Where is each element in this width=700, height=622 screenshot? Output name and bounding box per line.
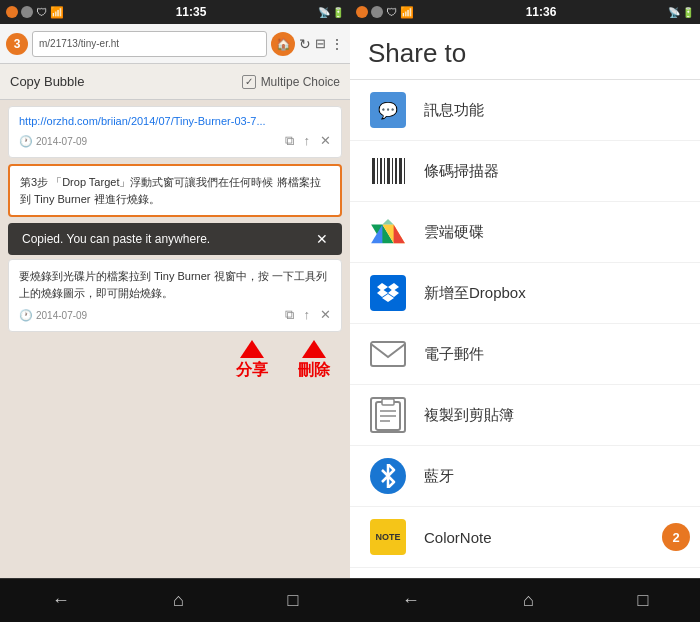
- clipboard-icon: [370, 397, 406, 433]
- svg-marker-12: [382, 219, 393, 225]
- link-item: http://orzhd.com/briian/2014/07/Tiny-Bur…: [8, 106, 342, 158]
- battery-area-left: 📡 🔋: [318, 7, 344, 18]
- delete-label: 刪除: [298, 360, 330, 381]
- share-label-bluetooth: 藍牙: [424, 467, 454, 486]
- share-annotation: 分享: [236, 340, 268, 381]
- nav-back-left[interactable]: ←: [52, 590, 70, 611]
- share-item-dropbox[interactable]: 新增至Dropbox: [350, 263, 700, 324]
- item-meta-icons-2: ⧉ ↑ ✕: [285, 307, 332, 323]
- toast-message: Copied. You can paste it anywhere.: [22, 232, 210, 246]
- browser-bookmark-icon[interactable]: ⊟: [315, 36, 326, 51]
- gray-dot-icon: [21, 6, 33, 18]
- right-panel: 🛡 📶 11:36 📡 🔋 Share to 💬 訊息功能: [350, 0, 700, 622]
- gray-dot-right-icon: [371, 6, 383, 18]
- text-item-2: 要燒錄到光碟片的檔案拉到 Tiny Burner 視窗中，按 一下工具列上的燒錄…: [8, 259, 342, 332]
- share-list: 💬 訊息功能: [350, 80, 700, 578]
- share-item-email[interactable]: 電子郵件: [350, 324, 700, 385]
- nav-home-left[interactable]: ⌂: [173, 590, 184, 611]
- time-left: 11:35: [176, 5, 207, 19]
- left-panel: 🛡 📶 11:35 📡 🔋 3 m/21713/tiny-er.ht 🏠 ↻ ⊟…: [0, 0, 350, 622]
- copy-icon[interactable]: ⧉: [285, 133, 294, 149]
- wifi-right-icon: 📶: [400, 6, 414, 19]
- share-item-bluetooth[interactable]: 藍牙: [350, 446, 700, 507]
- share-item-drive[interactable]: 雲端硬碟: [350, 202, 700, 263]
- browser-reload-button[interactable]: ↻: [299, 36, 311, 52]
- item-meta-2: 🕐 2014-07-09 ⧉ ↑ ✕: [19, 307, 331, 323]
- copy-bubble-title: Copy Bubble: [10, 74, 84, 89]
- nav-home-right[interactable]: ⌂: [523, 590, 534, 611]
- share-label-messaging: 訊息功能: [424, 101, 484, 120]
- share-icon[interactable]: ↑: [304, 133, 311, 149]
- email-icon: [370, 336, 406, 372]
- copied-toast: Copied. You can paste it anywhere. ✕: [8, 223, 342, 255]
- delete-icon-2[interactable]: ✕: [320, 307, 331, 323]
- svg-rect-7: [399, 158, 402, 184]
- svg-rect-4: [387, 158, 390, 184]
- battery-area-right: 📡 🔋: [668, 7, 694, 18]
- nav-back-right[interactable]: ←: [402, 590, 420, 611]
- browser-url-bar[interactable]: m/21713/tiny-er.ht: [32, 31, 267, 57]
- status-icons-right: 🛡 📶: [356, 6, 414, 19]
- browser-bar: 3 m/21713/tiny-er.ht 🏠 ↻ ⊟ ⋮: [0, 24, 350, 64]
- share-icon-box-barcode: [368, 151, 408, 191]
- browser-home-button[interactable]: 🏠: [271, 32, 295, 56]
- date-text-2: 2014-07-09: [36, 310, 87, 321]
- share-label-colornote: ColorNote: [424, 529, 492, 546]
- battery-left-icon: 🔋: [332, 7, 344, 18]
- time-right: 11:36: [526, 5, 557, 19]
- content-area: http://orzhd.com/briian/2014/07/Tiny-Bur…: [0, 100, 350, 578]
- signal-right-icon: 📡: [668, 7, 680, 18]
- share-icon-box-bluetooth: [368, 456, 408, 496]
- barcode-icon: [370, 153, 406, 189]
- annotations: 分享 刪除: [0, 336, 350, 385]
- multiple-choice[interactable]: ✓ Multipe Choice: [242, 75, 340, 89]
- browser-tab-badge[interactable]: 3: [6, 33, 28, 55]
- item-meta: 🕐 2014-07-09 ⧉ ↑ ✕: [19, 133, 331, 149]
- drive-icon: [371, 217, 405, 247]
- item-meta-icons: ⧉ ↑ ✕: [285, 133, 332, 149]
- share-item-messaging[interactable]: 💬 訊息功能: [350, 80, 700, 141]
- copy-icon-2[interactable]: ⧉: [285, 307, 294, 323]
- browser-menu-button[interactable]: ⋮: [330, 36, 344, 52]
- svg-rect-1: [377, 158, 378, 184]
- share-item-clipboard[interactable]: 複製到剪貼簿: [350, 385, 700, 446]
- share-icon-box-msg: 💬: [368, 90, 408, 130]
- share-item-facebook[interactable]: f Facebook: [350, 568, 700, 578]
- status-bar-right: 🛡 📶 11:36 📡 🔋: [350, 0, 700, 24]
- colornote-badge: 2: [662, 523, 690, 551]
- toast-close-button[interactable]: ✕: [316, 231, 328, 247]
- share-icon-box-colornote: NOTE: [368, 517, 408, 557]
- nav-recent-left[interactable]: □: [287, 590, 298, 611]
- share-title: Share to: [368, 38, 682, 69]
- share-icon-box-drive: [368, 212, 408, 252]
- share-label: 分享: [236, 360, 268, 381]
- text-item-1: 第3步 「Drop Target」浮動式窗可讓我們在任何時候 將檔案拉到 Tin…: [8, 164, 342, 217]
- delete-annotation: 刪除: [298, 340, 330, 381]
- svg-rect-0: [372, 158, 375, 184]
- dropbox-icon: [370, 275, 406, 311]
- svg-rect-6: [395, 158, 397, 184]
- share-icon-2[interactable]: ↑: [304, 307, 311, 323]
- home-icon: 🏠: [276, 37, 291, 51]
- share-icon-box-dropbox: [368, 273, 408, 313]
- clock-icon-2: 🕐: [19, 309, 33, 322]
- orange-dot-icon: [6, 6, 18, 18]
- colornote-icon: NOTE: [370, 519, 406, 555]
- bluetooth-icon: [370, 458, 406, 494]
- clock-icon: 🕐: [19, 135, 33, 148]
- nav-recent-right[interactable]: □: [637, 590, 648, 611]
- link-url[interactable]: http://orzhd.com/briian/2014/07/Tiny-Bur…: [19, 115, 331, 127]
- wifi-icon: 📶: [50, 6, 64, 19]
- svg-rect-22: [382, 399, 394, 405]
- share-label-drive: 雲端硬碟: [424, 223, 484, 242]
- messaging-icon: 💬: [370, 92, 406, 128]
- orange-dot-right-icon: [356, 6, 368, 18]
- svg-rect-2: [380, 158, 382, 184]
- share-item-barcode[interactable]: 條碼掃描器: [350, 141, 700, 202]
- nav-bar-left: ← ⌂ □: [0, 578, 350, 622]
- delete-icon[interactable]: ✕: [320, 133, 331, 149]
- url-text: m/21713/tiny-er.ht: [39, 38, 119, 49]
- multiple-choice-label: Multipe Choice: [261, 75, 340, 89]
- text-content-1: 第3步 「Drop Target」浮動式窗可讓我們在任何時候 將檔案拉到 Tin…: [20, 174, 330, 207]
- share-item-colornote[interactable]: NOTE ColorNote 2: [350, 507, 700, 568]
